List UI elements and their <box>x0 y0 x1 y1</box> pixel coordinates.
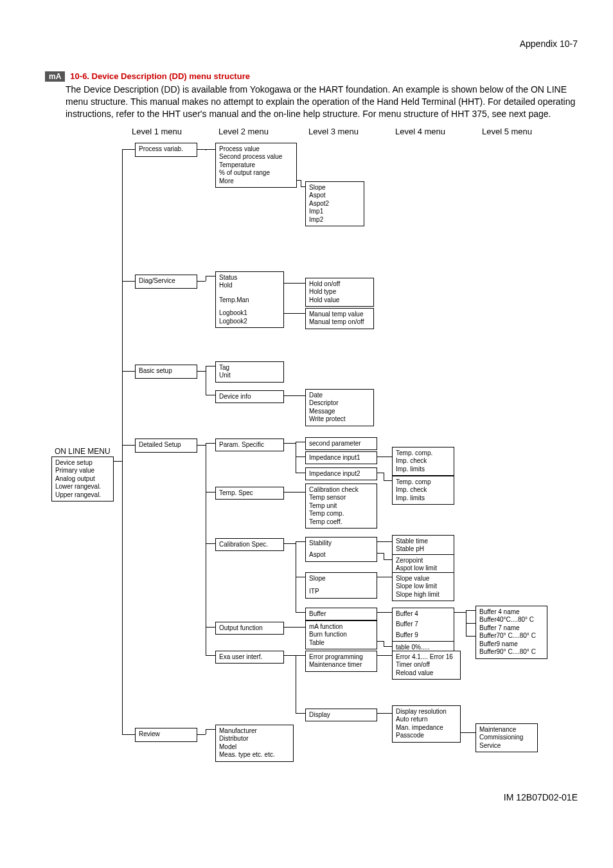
menu-item: Buffer70° C....80° C <box>479 632 544 640</box>
menu-item: Hold value <box>309 296 370 305</box>
intro-text: The Device Description (DD) is available… <box>66 84 578 120</box>
l4-slope: Slope value Slope low limit Slope high l… <box>392 572 454 602</box>
menu-item: More <box>219 177 293 186</box>
menu-item: Aspot2 <box>309 200 360 208</box>
col-header-l2: Level 2 menu <box>218 127 269 136</box>
l2-param: Param. Specific <box>215 439 284 451</box>
menu-item: Aspot <box>309 551 373 559</box>
menu-item: Process value <box>219 145 293 154</box>
l2-process: Process value Second process value Tempe… <box>215 143 297 188</box>
menu-item: Tag <box>219 364 280 372</box>
col-header-l5: Level 5 menu <box>482 127 532 136</box>
menu-item: Temp sensor <box>309 494 373 502</box>
menu-item: Logbook2 <box>219 318 280 326</box>
l3-exa-a: Error programming Maintenance timer <box>305 651 377 672</box>
l2-diag: Status Hold Temp.Man Logbook1 Logbook2 <box>215 271 284 329</box>
menu-item: Buffer 7 <box>396 620 450 629</box>
menu-item: Display resolution <box>396 708 457 716</box>
root-item: Lower rangeval. <box>55 483 110 491</box>
menu-item: Stability <box>309 539 373 548</box>
menu-item: Slope low limit <box>396 583 450 591</box>
menu-item: Zeropoint <box>396 557 450 565</box>
menu-item: Buffer90° C....80° C <box>479 648 544 656</box>
ma-badge: mA <box>45 71 65 82</box>
menu-item: Maintenance <box>479 726 534 734</box>
menu-item: Meas. type etc. etc. <box>219 751 290 759</box>
menu-item: Manufacturer <box>219 727 290 736</box>
menu-item: Stable time <box>396 538 450 546</box>
l4-error: Error 4.1.... Error 16 Timer on/off Relo… <box>392 651 461 680</box>
menu-item: Error 4.1.... Error 16 <box>396 653 457 662</box>
menu-item: Reload value <box>396 669 457 678</box>
menu-item: Imp1 <box>309 208 360 216</box>
l3-hold: Hold on/off Hold type Hold value <box>305 278 374 307</box>
l1-process: Process variab. <box>135 143 197 157</box>
menu-item: Logbook1 <box>219 309 280 318</box>
menu-item: Maintenance timer <box>309 661 373 669</box>
root-item: Device setup <box>55 459 110 467</box>
menu-item: ITP <box>309 588 373 596</box>
root-title: ON LINE MENU <box>51 445 119 457</box>
l2-temp: Temp. Spec <box>215 487 284 500</box>
l2-review: Manufacturer Distributor Model Meas. typ… <box>215 725 294 762</box>
l3-calib-stab: Stability Aspot <box>305 537 377 562</box>
l1-detailed: Detailed Setup <box>135 439 197 453</box>
menu-item: Hold type <box>309 288 370 296</box>
menu-item: Date <box>309 392 370 400</box>
l2-calib: Calibration Spec. <box>215 538 284 551</box>
menu-item: Imp2 <box>309 216 360 224</box>
l4-imp1: Temp. comp. Imp. check Imp. limits <box>392 447 454 476</box>
menu-item: Status <box>219 274 280 282</box>
menu-item: mA function <box>309 623 373 631</box>
l3-param-c: Impedance input2 <box>305 467 377 480</box>
menu-item: Error programming <box>309 653 373 662</box>
menu-item: Temp. comp. <box>396 449 450 458</box>
l5-buffer: Buffer 4 name Buffer40°C....80° C Buffer… <box>475 606 547 659</box>
l1-diag: Diag/Service <box>135 275 197 289</box>
l3-calib-buffer: Buffer <box>305 608 377 620</box>
menu-item: Distributor <box>219 735 290 743</box>
l2-basic-c: Device info <box>215 390 284 403</box>
menu-item: Buffer 4 name <box>479 608 544 617</box>
menu-item: Service <box>479 742 534 750</box>
l2-basic-a: Tag Unit <box>215 361 284 383</box>
l1-basic: Basic setup <box>135 365 197 379</box>
menu-item: Temp coeff. <box>309 518 373 527</box>
root-item: Upper rangeval. <box>55 491 110 500</box>
l3-param-b: Impedance input1 <box>305 451 377 464</box>
menu-item: Slope value <box>396 575 450 583</box>
l3-tempman: Manual temp value Manual temp on/off <box>305 308 374 329</box>
menu-item: % of output range <box>219 169 293 177</box>
menu-item: Stable pH <box>396 545 450 554</box>
menu-diagram: Level 1 menu Level 2 menu Level 3 menu L… <box>51 127 578 776</box>
menu-item: Temperature <box>219 161 293 170</box>
menu-item: Buffer 4 <box>396 610 450 619</box>
menu-item: Calibration check <box>309 486 373 494</box>
menu-item: Write protect <box>309 415 370 424</box>
menu-item: Slope <box>309 184 360 192</box>
header-appendix: Appendix 10-7 <box>45 39 578 49</box>
footer-doc-id: IM 12B07D02-01E <box>45 792 578 802</box>
root-item: Analog output <box>55 475 110 484</box>
menu-item: Man. impedance <box>396 724 457 732</box>
menu-item: Buffer9 name <box>479 640 544 649</box>
l4-stab: Stable time Stable pH <box>392 535 454 556</box>
menu-item: Timer on/off <box>396 661 457 669</box>
root-item: Primary value <box>55 467 110 475</box>
menu-item: Buffer 7 name <box>479 624 544 633</box>
menu-item: Aspot <box>309 192 360 200</box>
l4-buffer: Buffer 4 Buffer 7 Buffer 9 <box>392 608 454 642</box>
menu-item: Model <box>219 743 290 752</box>
l3-devinfo: Date Descriptor Message Write protect <box>305 389 374 426</box>
menu-item: Temp unit <box>309 502 373 511</box>
l4-imp2: Temp. comp Imp. check Imp. limits <box>392 476 454 505</box>
menu-item: Unit <box>219 372 280 380</box>
menu-item: Buffer40°C....80° C <box>479 616 544 624</box>
menu-item: Hold <box>219 282 280 290</box>
menu-item: Hold on/off <box>309 280 370 289</box>
menu-item: Temp comp. <box>309 510 373 518</box>
menu-item: Second process value <box>219 153 293 161</box>
section-title: 10-6. Device Description (DD) menu struc… <box>70 71 250 81</box>
l2-exa: Exa user interf. <box>215 651 284 664</box>
l2-output: Output function <box>215 622 284 635</box>
